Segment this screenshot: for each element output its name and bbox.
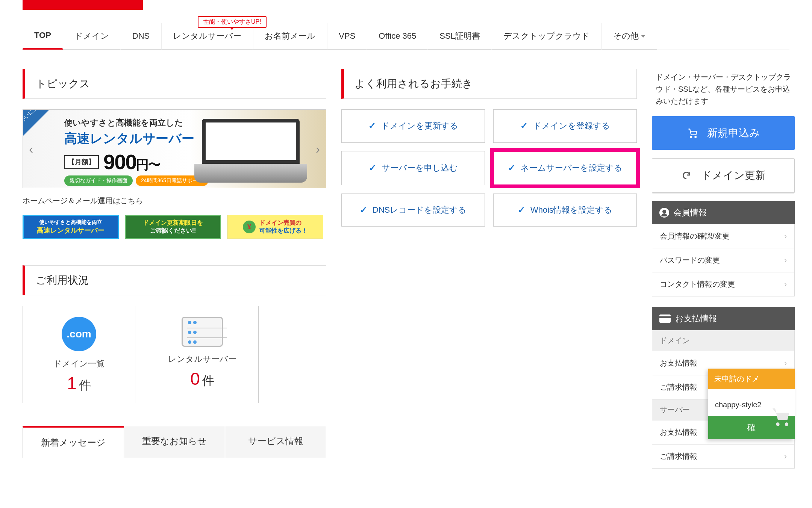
- payment-sub-server-label: サーバー: [660, 405, 690, 415]
- svg-point-0: [690, 136, 692, 138]
- refresh-icon: [681, 170, 692, 181]
- banner-domain-trade[interactable]: ¥ ドメイン売買の 可能性を広げる！: [227, 215, 323, 239]
- credit-card-icon: [659, 314, 671, 323]
- carousel-prev-icon[interactable]: ‹: [25, 138, 37, 160]
- nav-dns[interactable]: DNS: [121, 23, 161, 50]
- procedures-heading: よく利用されるお手続き: [341, 69, 637, 99]
- proc-apply-server-label: サーバーを申し込む: [382, 162, 458, 174]
- carousel-price-label: 【月額】: [64, 155, 99, 169]
- svg-point-3: [785, 422, 788, 426]
- chevron-right-icon: ›: [784, 231, 787, 241]
- usage-card-domain[interactable]: .com ドメイン一覧 1件: [23, 306, 135, 403]
- member-contact-change[interactable]: コンタクト情報の変更 ›: [652, 272, 795, 296]
- floating-notification: 未申請のドメ chappy-style2 確: [708, 369, 795, 439]
- chevron-down-icon: [641, 35, 645, 38]
- member-info-head: 会員情報: [652, 201, 795, 224]
- proc-apply-server[interactable]: ✓ サーバーを申し込む: [341, 151, 485, 185]
- cart-watermark-icon: [770, 406, 791, 431]
- renew-button[interactable]: ドメイン更新: [652, 158, 795, 193]
- payment-server-info-label: お支払情報: [660, 427, 697, 437]
- usage-domain-count: 1件: [30, 373, 127, 394]
- proc-set-nameserver-label: ネームサーバーを設定する: [521, 162, 623, 174]
- member-info-confirm-label: 会員情報の確認/変更: [660, 231, 730, 241]
- float-notif-head: 未申請のドメ: [708, 369, 795, 389]
- banner-1-line2: 高速レンタルサーバー: [37, 226, 105, 235]
- nav-other-label: その他: [613, 30, 639, 42]
- chevron-right-icon: ›: [784, 256, 787, 265]
- check-icon: ✓: [520, 121, 528, 131]
- payment-domain-info-label: お支払情報: [660, 358, 697, 368]
- banner-rental-server[interactable]: 使いやすさと高機能を両立 高速レンタルサーバー: [23, 215, 119, 239]
- proc-register-domain[interactable]: ✓ ドメインを登録する: [493, 109, 637, 143]
- float-notif-body: chappy-style2: [708, 389, 795, 416]
- chevron-right-icon: ›: [784, 280, 787, 289]
- member-password-change[interactable]: パスワードの変更 ›: [652, 248, 795, 272]
- member-password-change-label: パスワードの変更: [660, 255, 720, 265]
- carousel-caption: ホームページ＆メール運用はこちら: [23, 196, 326, 206]
- payment-sub-domain-label: ドメイン: [660, 336, 690, 346]
- nav-desktop-cloud[interactable]: デスクトップクラウド: [492, 23, 601, 50]
- nav-ssl[interactable]: SSL証明書: [428, 23, 492, 50]
- check-icon: ✓: [518, 205, 525, 215]
- proc-renew-domain-label: ドメインを更新する: [381, 120, 458, 132]
- avatar-icon: [659, 208, 669, 218]
- topics-heading: トピックス: [23, 69, 326, 99]
- tab-important-notices[interactable]: 重要なお知らせ: [124, 426, 225, 458]
- proc-set-dns-record[interactable]: ✓ DNSレコードを設定する: [341, 194, 485, 227]
- apply-button[interactable]: 新規申込み: [652, 116, 795, 150]
- proc-set-dns-record-label: DNSレコードを設定する: [373, 204, 467, 216]
- proc-set-nameserver[interactable]: ✓ ネームサーバーを設定する: [493, 151, 637, 185]
- chevron-right-icon: ›: [784, 358, 787, 368]
- banner-2-line1: ドメイン更新期限日を: [143, 219, 203, 227]
- billing-server-info[interactable]: ご請求情報 ›: [652, 444, 795, 469]
- message-tabs: 新着メッセージ 重要なお知らせ サービス情報: [23, 426, 326, 458]
- float-notif-domain: chappy-style2: [715, 401, 761, 409]
- laptop-illustration: [202, 119, 307, 183]
- proc-register-domain-label: ドメインを登録する: [533, 120, 610, 132]
- usage-heading: ご利用状況: [23, 265, 326, 295]
- banner-2-line2: ご確認ください!!: [150, 227, 196, 235]
- banner-domain-expiry[interactable]: ドメイン更新期限日を ご確認ください!!: [125, 215, 221, 239]
- banner-3-line1: ドメイン売買の: [259, 219, 308, 227]
- payment-info-label: お支払情報: [675, 313, 717, 324]
- payment-sub-domain: ドメイン: [652, 330, 795, 351]
- carousel-next-icon[interactable]: ›: [312, 138, 324, 160]
- member-info-label: 会員情報: [674, 207, 707, 218]
- check-icon: ✓: [369, 163, 376, 173]
- nav-office365[interactable]: Office 365: [367, 23, 428, 50]
- proc-renew-domain[interactable]: ✓ ドメインを更新する: [341, 109, 485, 143]
- check-icon: ✓: [360, 205, 367, 215]
- server-icon: [182, 317, 223, 347]
- carousel-pill-guide: 親切なガイド・操作画面: [64, 175, 133, 186]
- nav-top[interactable]: TOP: [23, 23, 63, 50]
- billing-domain-info-label: ご請求情報: [660, 382, 697, 392]
- cart-icon: [687, 127, 698, 139]
- usage-server-count: 0件: [154, 369, 251, 389]
- nav-vps[interactable]: VPS: [327, 23, 367, 50]
- main-nav: TOP ドメイン DNS レンタルサーバー お名前メール VPS Office …: [23, 23, 789, 50]
- nav-badge: 性能・使いやすさUP!: [198, 16, 267, 28]
- topics-carousel[interactable]: ついに登場! ‹ › 使いやすさと高機能を両立した 高速レンタルサーバー 【月額…: [23, 109, 326, 188]
- renew-button-label: ドメイン更新: [701, 168, 766, 183]
- proc-set-whois-label: Whois情報を設定する: [530, 204, 612, 216]
- carousel-price: 900円〜: [103, 150, 160, 174]
- member-info-confirm[interactable]: 会員情報の確認/変更 ›: [652, 224, 795, 248]
- nav-domain[interactable]: ドメイン: [63, 23, 121, 50]
- nav-other[interactable]: その他: [601, 23, 657, 50]
- check-icon: ✓: [368, 121, 376, 131]
- check-icon: ✓: [508, 163, 515, 173]
- apply-button-label: 新規申込み: [707, 126, 760, 140]
- member-contact-change-label: コンタクト情報の変更: [660, 279, 735, 289]
- svg-point-2: [776, 422, 779, 426]
- tab-new-messages[interactable]: 新着メッセージ: [23, 426, 124, 458]
- chevron-right-icon: ›: [784, 452, 787, 461]
- usage-card-server[interactable]: レンタルサーバー 0件: [146, 306, 259, 403]
- brand-logo[interactable]: [23, 0, 143, 10]
- banner-1-line1: 使いやすさと高機能を両立: [39, 219, 102, 226]
- billing-server-info-label: ご請求情報: [660, 451, 697, 461]
- coin-icon: ¥: [243, 221, 256, 233]
- tab-service-info[interactable]: サービス情報: [225, 426, 326, 458]
- proc-set-whois[interactable]: ✓ Whois情報を設定する: [493, 194, 637, 227]
- sidebar-promo-text: ドメイン・サーバー・デスクトップクラウド・SSLなど、各種サービスをお申込みいた…: [652, 69, 795, 116]
- svg-point-1: [695, 136, 696, 138]
